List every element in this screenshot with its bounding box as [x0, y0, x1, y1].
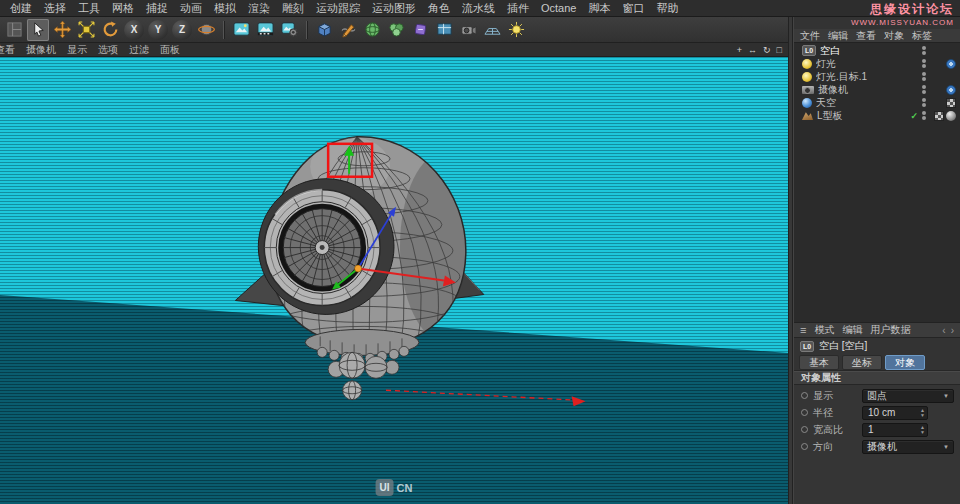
om-menu-item[interactable]: 文件 [800, 29, 820, 43]
burger-menu-icon[interactable]: ≡ [800, 324, 806, 336]
engine-turbine[interactable] [258, 179, 394, 315]
render-settings-icon[interactable] [278, 19, 300, 41]
visibility-dots[interactable] [922, 85, 926, 94]
object-row[interactable]: L0 空白 [794, 44, 960, 57]
viewport-menu-item[interactable]: 显示 [67, 43, 87, 57]
render-picture-viewer-icon[interactable] [254, 19, 276, 41]
target-tag[interactable] [946, 85, 956, 95]
enabled-check-icon[interactable]: ✓ [910, 111, 918, 121]
rotate-view-icon[interactable]: ↻ [763, 45, 771, 55]
am-tab-edit[interactable]: 编辑 [842, 323, 862, 337]
om-menu-item[interactable]: 标签 [912, 29, 932, 43]
coordinate-system-icon[interactable] [195, 19, 217, 41]
object-row[interactable]: L型板 ✓ [794, 109, 960, 122]
menu-item[interactable]: 雕刻 [276, 0, 310, 17]
viewport-menu-item[interactable]: 摄像机 [26, 43, 56, 57]
aspect-ratio-input[interactable]: 1 ▲ ▼ [862, 423, 928, 437]
menu-item[interactable]: Octane [535, 1, 582, 15]
orientation-dropdown[interactable]: 摄像机 ▼ [862, 440, 954, 454]
menu-item[interactable]: 运动跟踪 [310, 0, 366, 17]
menu-item[interactable]: 选择 [38, 0, 72, 17]
keyframe-circle[interactable] [801, 443, 808, 450]
landing-spheres[interactable] [328, 352, 399, 399]
menu-item[interactable]: 运动图形 [366, 0, 422, 17]
property-label: 半径 [813, 406, 857, 420]
viewport-menu-item[interactable]: 过滤 [129, 43, 149, 57]
tab-object[interactable]: 对象 [885, 355, 925, 370]
x-axis-toggle[interactable]: X [124, 20, 144, 40]
object-name: L型板 [817, 109, 906, 123]
menu-item[interactable]: 网格 [106, 0, 140, 17]
object-row[interactable]: 灯光.目标.1 [794, 70, 960, 83]
object-row[interactable]: 天空 [794, 96, 960, 109]
rotate-tool-icon[interactable] [99, 19, 121, 41]
am-tab-mode[interactable]: 模式 [814, 323, 834, 337]
deformer-icon[interactable] [409, 19, 431, 41]
am-tab-userdata[interactable]: 用户数据 [870, 323, 910, 337]
history-back-icon[interactable]: ‹ [942, 325, 945, 336]
keyframe-circle[interactable] [801, 409, 808, 416]
visibility-dots[interactable] [922, 98, 926, 107]
tab-coordinates[interactable]: 坐标 [842, 355, 882, 370]
input-value: 10 cm [868, 407, 895, 418]
scene-window-icon[interactable] [433, 19, 455, 41]
environment-icon[interactable] [481, 19, 503, 41]
y-axis-toggle[interactable]: Y [148, 20, 168, 40]
menu-item[interactable]: 捕捉 [140, 0, 174, 17]
visibility-dots[interactable] [922, 111, 926, 120]
zoom-view-icon[interactable]: ↔ [748, 45, 757, 55]
modeling-objects-icon[interactable] [385, 19, 407, 41]
light-icon[interactable] [505, 19, 527, 41]
stepper-arrows[interactable]: ▲ ▼ [920, 425, 925, 434]
pan-view-icon[interactable]: + [737, 45, 742, 55]
keyframe-circle[interactable] [801, 392, 808, 399]
menu-item[interactable]: 流水线 [456, 0, 501, 17]
menu-item[interactable]: 模拟 [208, 0, 242, 17]
viewport-menu-item[interactable]: 选项 [98, 43, 118, 57]
camera-icon[interactable] [457, 19, 479, 41]
menu-item[interactable]: 渲染 [242, 0, 276, 17]
viewport-menu-item[interactable]: 面板 [160, 43, 180, 57]
z-axis-toggle[interactable]: Z [172, 20, 192, 40]
spline-pen-icon[interactable] [337, 19, 359, 41]
scale-tool-icon[interactable] [75, 19, 97, 41]
history-forward-icon[interactable]: › [951, 325, 954, 336]
stepper-arrows[interactable]: ▲ ▼ [920, 408, 925, 417]
visibility-dots[interactable] [922, 72, 926, 81]
attribute-manager-tab-bar: ≡ 模式 编辑 用户数据 ‹ › [794, 323, 960, 338]
texture-tag[interactable] [946, 98, 956, 108]
keyframe-circle[interactable] [801, 426, 808, 433]
menu-item[interactable]: 帮助 [650, 0, 684, 17]
radius-input[interactable]: 10 cm ▲ ▼ [862, 406, 928, 420]
object-row[interactable]: 摄像机 [794, 83, 960, 96]
phong-tag[interactable] [946, 111, 956, 121]
visibility-dots[interactable] [922, 59, 926, 68]
layout-icon[interactable] [3, 19, 25, 41]
display-dropdown[interactable]: 圆点 ▼ [862, 389, 954, 403]
menu-item[interactable]: 动画 [174, 0, 208, 17]
om-menu-item[interactable]: 编辑 [828, 29, 848, 43]
om-menu-item[interactable]: 查看 [856, 29, 876, 43]
target-tag[interactable] [946, 59, 956, 69]
object-row[interactable]: 灯光 [794, 57, 960, 70]
toggle-view-icon[interactable]: □ [777, 45, 782, 55]
menu-item[interactable]: 工具 [72, 0, 106, 17]
subdivision-surface-icon[interactable] [361, 19, 383, 41]
menu-item[interactable]: 脚本 [582, 0, 616, 17]
menu-item[interactable]: 插件 [501, 0, 535, 17]
texture-tag[interactable] [934, 111, 944, 121]
cube-primitive-icon[interactable] [313, 19, 335, 41]
select-tool-icon[interactable] [27, 19, 49, 41]
viewport[interactable]: UI CN [0, 57, 788, 504]
render-view-icon[interactable] [230, 19, 252, 41]
viewport-menu-item[interactable]: 查看 [0, 43, 15, 57]
tab-basic[interactable]: 基本 [799, 355, 839, 370]
scene-3d[interactable] [0, 57, 788, 504]
menu-item[interactable]: 创建 [4, 0, 38, 17]
menu-item[interactable]: 角色 [422, 0, 456, 17]
menu-item[interactable]: 窗口 [616, 0, 650, 17]
visibility-dots[interactable] [922, 46, 926, 55]
om-menu-item[interactable]: 对象 [884, 29, 904, 43]
object-properties: 显示 圆点 ▼ 半径 10 cm ▲ ▼ [794, 385, 960, 457]
move-tool-icon[interactable] [51, 19, 73, 41]
